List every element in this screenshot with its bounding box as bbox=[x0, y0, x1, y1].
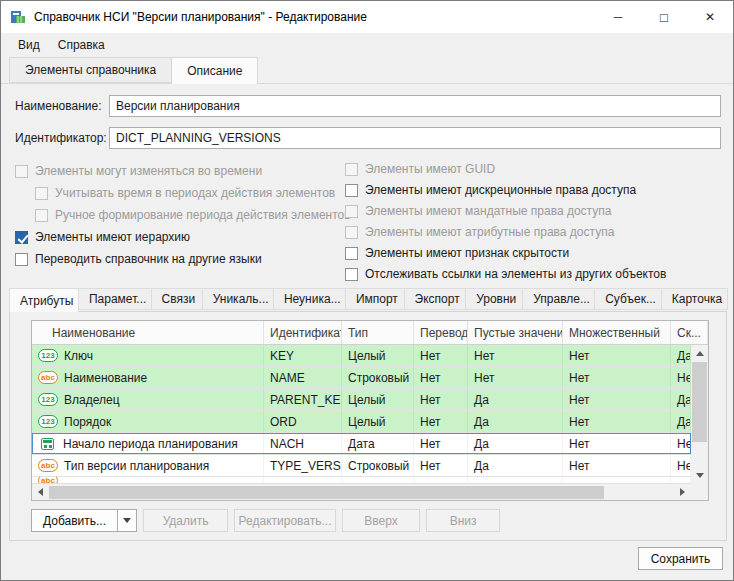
checkbox-box bbox=[345, 268, 358, 281]
cell-type: Дата bbox=[342, 433, 414, 454]
scroll-left-arrow-icon[interactable] bbox=[32, 484, 49, 500]
close-button[interactable]: ✕ bbox=[687, 1, 733, 33]
checkbox-label: Учитывать время в периодах действия элем… bbox=[55, 186, 335, 200]
move-down-button[interactable]: Вниз bbox=[426, 509, 500, 532]
string-type-icon: abc bbox=[38, 459, 58, 472]
column-header-type[interactable]: Тип bbox=[342, 321, 414, 344]
cell-hidden: Нет bbox=[671, 367, 691, 388]
cell-name: 123 Ключ bbox=[32, 345, 264, 366]
tab-levels[interactable]: Уровни bbox=[465, 288, 523, 310]
dropdown-arrow-icon[interactable] bbox=[118, 510, 136, 531]
checkbox-label: Элементы имеют атрибутные права доступа bbox=[365, 225, 614, 239]
horizontal-scrollbar[interactable] bbox=[32, 483, 691, 500]
checkbox-attribute-access-rights[interactable]: Элементы имеют атрибутные права доступа bbox=[345, 224, 725, 240]
checkbox-label: Элементы имеют иерархию bbox=[35, 230, 190, 244]
checkbox-box bbox=[345, 226, 358, 239]
cell-name: abc Тип версии планирования bbox=[32, 455, 264, 476]
tab-parameters[interactable]: Парамет... bbox=[78, 288, 152, 310]
tab-dictionary-elements[interactable]: Элементы справочника bbox=[9, 57, 172, 83]
save-button[interactable]: Сохранить bbox=[638, 547, 723, 570]
tab-subjects[interactable]: Субъек... bbox=[594, 288, 662, 310]
checkbox-label: Элементы имеют мандатные права доступа bbox=[365, 204, 611, 218]
column-header-name[interactable]: Наименование bbox=[32, 321, 264, 344]
scroll-down-arrow-icon[interactable] bbox=[691, 467, 708, 483]
cell-identifier: PARENT_KEY bbox=[264, 389, 342, 410]
maximize-button[interactable]: □ bbox=[641, 1, 687, 33]
scroll-up-arrow-icon[interactable] bbox=[691, 345, 708, 361]
attributes-tab-page: Наименование Идентификатор Тип Перевод П… bbox=[9, 311, 727, 541]
cell-multiple: Нет bbox=[563, 411, 671, 432]
move-up-button[interactable]: Вверх bbox=[342, 509, 420, 532]
checkbox-box bbox=[345, 247, 358, 260]
checkbox-discretionary-access-rights[interactable]: Элементы имеют дискреционные права досту… bbox=[345, 182, 725, 198]
vertical-scrollbar-thumb[interactable] bbox=[692, 362, 707, 442]
cell-identifier: NACH bbox=[264, 433, 342, 454]
add-button[interactable]: Добавить... bbox=[31, 509, 137, 532]
column-header-hidden[interactable]: Ск... bbox=[671, 321, 708, 344]
menu-item-help[interactable]: Справка bbox=[49, 33, 114, 57]
checkbox-manual-period-forming[interactable]: Ручное формирование периода действия эле… bbox=[35, 207, 339, 223]
cell-hidden: Да bbox=[671, 389, 691, 410]
checkbox-box bbox=[345, 163, 358, 176]
column-header-identifier[interactable]: Идентификатор bbox=[264, 321, 342, 344]
name-input[interactable] bbox=[109, 95, 721, 117]
column-header-empty-values[interactable]: Пустые значения bbox=[468, 321, 563, 344]
checkbox-box bbox=[345, 205, 358, 218]
table-row[interactable]: abc Тип версии планирования TYPE_VERSION… bbox=[32, 455, 691, 477]
checkbox-elements-change-in-time[interactable]: Элементы могут изменяться во времени bbox=[15, 163, 339, 179]
attribute-tab-strip: Атрибуты Парамет... Связи Уникаль... Неу… bbox=[9, 288, 727, 311]
minimize-button[interactable]: ─ bbox=[595, 1, 641, 33]
cell-multiple: Нет bbox=[563, 367, 671, 388]
cell-multiple: Нет bbox=[563, 389, 671, 410]
checkbox-consider-time-in-periods[interactable]: Учитывать время в периодах действия элем… bbox=[35, 185, 339, 201]
checkbox-box bbox=[15, 253, 28, 266]
vertical-scrollbar[interactable] bbox=[691, 345, 708, 483]
tab-description[interactable]: Описание bbox=[171, 57, 258, 84]
cell-empty-values: Да bbox=[468, 389, 563, 410]
table-row[interactable]: abc Наименование NAME Строковый Нет Нет … bbox=[32, 367, 691, 389]
cell-empty-values: Да bbox=[468, 433, 563, 454]
scrollbar-corner bbox=[691, 483, 708, 500]
cell-translate: Нет bbox=[414, 389, 468, 410]
tab-relations[interactable]: Связи bbox=[151, 288, 203, 310]
checkbox-label: Элементы имеют признак скрытости bbox=[365, 246, 569, 260]
cell-empty-values: Да bbox=[468, 455, 563, 476]
column-header-multiple[interactable]: Множественный bbox=[563, 321, 671, 344]
tab-export[interactable]: Экспорт bbox=[404, 288, 467, 310]
tab-attributes[interactable]: Атрибуты bbox=[9, 288, 79, 312]
checkbox-translate-dictionary[interactable]: Переводить справочник на другие языки bbox=[15, 251, 339, 267]
checkbox-box bbox=[35, 209, 48, 222]
table-row[interactable]: 123 Ключ KEY Целый Нет Нет Нет Да bbox=[32, 345, 691, 367]
menubar: Вид Справка bbox=[1, 33, 733, 57]
checkbox-elements-have-guid[interactable]: Элементы имеют GUID bbox=[345, 161, 725, 177]
tab-unique[interactable]: Уникаль... bbox=[202, 288, 274, 310]
table-row-selected[interactable]: Начало периода планирования NACH Дата Не… bbox=[32, 433, 691, 455]
cell-translate: Нет bbox=[414, 345, 468, 366]
cell-empty-values: Нет bbox=[468, 367, 563, 388]
table-action-buttons: Добавить... Удалить Редактировать... Вве… bbox=[31, 509, 500, 532]
horizontal-scrollbar-thumb[interactable] bbox=[49, 486, 604, 499]
checkbox-track-references[interactable]: Отслеживать ссылки на элементы из других… bbox=[345, 266, 725, 282]
cell-hidden: Нет bbox=[671, 455, 691, 476]
checkbox-elements-have-hierarchy[interactable]: Элементы имеют иерархию bbox=[15, 229, 339, 245]
edit-button[interactable]: Редактировать... bbox=[234, 509, 336, 532]
checkbox-mandatory-access-rights[interactable]: Элементы имеют мандатные права доступа bbox=[345, 203, 725, 219]
scroll-right-arrow-icon[interactable] bbox=[674, 484, 691, 500]
tab-import[interactable]: Импорт bbox=[345, 288, 405, 310]
checkbox-label: Отслеживать ссылки на элементы из других… bbox=[365, 267, 666, 281]
checkbox-hidden-flag[interactable]: Элементы имеют признак скрытости bbox=[345, 245, 725, 261]
cell-type: Целый bbox=[342, 411, 414, 432]
cell-type: Целый bbox=[342, 345, 414, 366]
table-row[interactable]: 123 Порядок ORD Целый Нет Да Нет Да bbox=[32, 411, 691, 433]
column-header-translate[interactable]: Перевод bbox=[414, 321, 468, 344]
delete-button[interactable]: Удалить bbox=[143, 509, 228, 532]
identifier-input[interactable] bbox=[109, 127, 721, 149]
cell-identifier: NAME bbox=[264, 367, 342, 388]
tab-card[interactable]: Карточка bbox=[661, 288, 728, 310]
table-row[interactable]: 123 Владелец PARENT_KEY Целый Нет Да Нет… bbox=[32, 389, 691, 411]
cell-identifier: TYPE_VERSION bbox=[264, 455, 342, 476]
cell-hidden: Да bbox=[671, 411, 691, 432]
tab-nonunique[interactable]: Неуника... bbox=[273, 288, 346, 310]
menu-item-view[interactable]: Вид bbox=[9, 33, 49, 57]
tab-management[interactable]: Управле... bbox=[522, 288, 595, 310]
